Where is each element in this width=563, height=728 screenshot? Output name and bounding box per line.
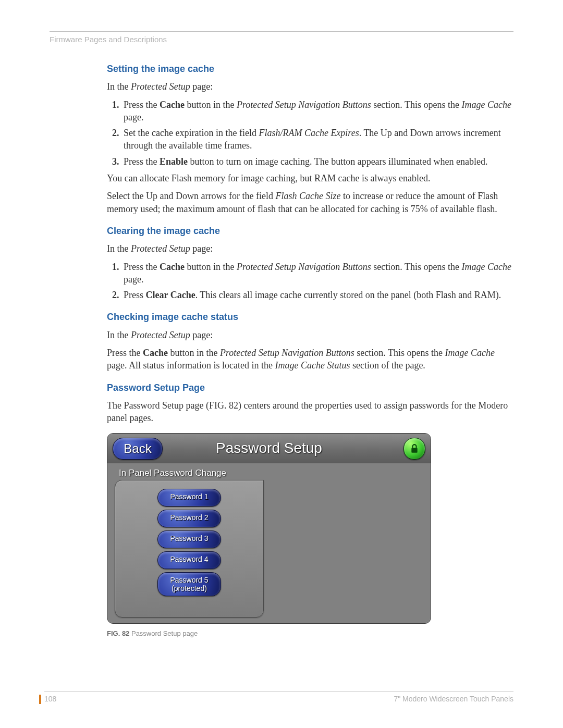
- svg-rect-0: [411, 448, 417, 452]
- lock-icon: [410, 443, 419, 454]
- text-italic: Image Cache Status: [275, 360, 350, 371]
- text: page.: [124, 274, 143, 285]
- text: Press: [124, 290, 146, 300]
- text: Press the: [124, 100, 160, 110]
- text-bold: Cache: [143, 348, 168, 358]
- checking-body: Press the Cache button in the Protected …: [107, 347, 513, 372]
- setting-after1: You can allocate Flash memory for image …: [107, 172, 513, 184]
- text-italic: Image Cache: [461, 100, 511, 110]
- text: page:: [190, 330, 213, 340]
- setting-list: Press the Cache button in the Protected …: [107, 98, 513, 168]
- text: page:: [190, 243, 213, 254]
- text: page. All status information is located …: [107, 360, 275, 371]
- heading-checking: Checking image cache status: [107, 311, 513, 323]
- text: button to turn on image caching. The but…: [188, 156, 488, 167]
- text: page.: [124, 112, 143, 122]
- top-rule: [50, 31, 513, 32]
- text: section. This opens the: [354, 348, 445, 358]
- footer-accent: [39, 695, 41, 704]
- heading-clearing: Clearing the image cache: [107, 225, 513, 237]
- text-italic: Protected Setup: [131, 243, 190, 254]
- text: (protected): [160, 584, 218, 593]
- text: . This clears all image cache currently …: [195, 290, 501, 300]
- figure-82: Back Password Setup In Panel Password Ch…: [107, 433, 513, 638]
- text-italic: Protected Setup: [131, 81, 190, 92]
- text-italic: Protected Setup Navigation Buttons: [220, 348, 354, 358]
- setting-after2: Select the Up and Down arrows for the fi…: [107, 190, 513, 215]
- text-italic: Flash Cache Size: [275, 191, 340, 201]
- text: section. This opens the: [371, 262, 462, 272]
- clearing-intro: In the Protected Setup page:: [107, 242, 513, 255]
- text: Press the: [124, 156, 160, 167]
- panel-area: In Panel Password Change Password 1 Pass…: [107, 463, 431, 624]
- text: button in the: [185, 262, 237, 272]
- text: In the: [107, 243, 131, 254]
- text-italic: Protected Setup: [131, 330, 190, 340]
- screen-title: Password Setup: [107, 434, 431, 463]
- lock-button[interactable]: [403, 438, 425, 460]
- text-italic: Protected Setup Navigation Buttons: [237, 100, 371, 110]
- text: section. This opens the: [371, 100, 462, 110]
- text: page:: [190, 81, 213, 92]
- text-italic: Protected Setup Navigation Buttons: [237, 262, 371, 272]
- heading-password: Password Setup Page: [107, 381, 513, 394]
- panel-tab-label: In Panel Password Change: [119, 467, 226, 479]
- clearing-list: Press the Cache button in the Protected …: [107, 261, 513, 302]
- title-bar: Back Password Setup: [107, 434, 431, 463]
- list-item: Set the cache expiration in the field Fl…: [121, 127, 513, 152]
- text-bold: Cache: [160, 100, 185, 110]
- text: Press the: [107, 348, 143, 358]
- password-panel: Password 1 Password 2 Password 3 Passwor…: [115, 480, 264, 618]
- text: Password 5: [160, 576, 218, 584]
- password-4-button[interactable]: Password 4: [157, 551, 221, 569]
- main-content: Setting the image cache In the Protected…: [107, 63, 513, 638]
- text: Set the cache expiration in the field: [124, 128, 259, 138]
- text: section of the page.: [350, 360, 425, 371]
- text-italic: Image Cache: [445, 348, 494, 358]
- password-1-button[interactable]: Password 1: [157, 489, 221, 507]
- text-bold: Cache: [160, 262, 185, 272]
- text: In the: [107, 330, 131, 340]
- text-bold: Clear Cache: [146, 290, 195, 300]
- checking-intro: In the Protected Setup page:: [107, 329, 513, 341]
- heading-setting: Setting the image cache: [107, 63, 513, 75]
- list-item: Press the Cache button in the Protected …: [121, 98, 513, 124]
- page-number: 108: [44, 695, 56, 703]
- text-italic: Flash/RAM Cache Expires: [259, 128, 359, 138]
- text: In the: [107, 81, 131, 92]
- text: button in the: [185, 100, 237, 110]
- password-3-button[interactable]: Password 3: [157, 530, 221, 548]
- list-item: Press the Enable button to turn on image…: [121, 155, 513, 168]
- figure-caption: FIG. 82 Password Setup page: [107, 629, 513, 638]
- device-screen: Back Password Setup In Panel Password Ch…: [107, 433, 431, 624]
- password-2-button[interactable]: Password 2: [157, 510, 221, 527]
- text: Press the: [124, 262, 160, 272]
- text: button in the: [168, 348, 220, 358]
- password-body: The Password Setup page (FIG. 82) center…: [107, 399, 513, 425]
- doc-title: 7" Modero Widescreen Touch Panels: [394, 695, 513, 703]
- figure-label: FIG. 82: [107, 630, 129, 637]
- text-italic: Image Cache: [461, 262, 511, 272]
- figure-caption-text: Password Setup page: [129, 630, 198, 637]
- list-item: Press Clear Cache. This clears all image…: [121, 289, 513, 301]
- password-5-button[interactable]: Password 5 (protected): [157, 572, 221, 596]
- text: Select the Up and Down arrows for the fi…: [107, 191, 275, 201]
- page-footer: 108 7" Modero Widescreen Touch Panels: [44, 691, 513, 703]
- list-item: Press the Cache button in the Protected …: [121, 261, 513, 286]
- setting-intro: In the Protected Setup page:: [107, 80, 513, 93]
- running-header: Firmware Pages and Descriptions: [50, 35, 513, 44]
- text-bold: Enable: [160, 156, 188, 167]
